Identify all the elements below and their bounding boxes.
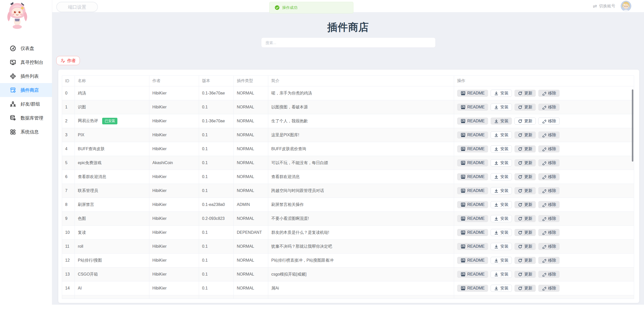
remove-button[interactable]: 移除 bbox=[538, 145, 560, 152]
author-filter-button[interactable]: 作者 bbox=[56, 56, 80, 65]
download-icon bbox=[494, 161, 498, 165]
sidebar-item-friends-groups[interactable]: 好友/群组 bbox=[0, 97, 52, 111]
cell-desc: 群友的本质是什么？是复读机哒! bbox=[268, 226, 454, 240]
plugin-store-icon bbox=[10, 87, 16, 93]
readme-button[interactable]: README bbox=[457, 118, 488, 125]
readme-button[interactable]: README bbox=[457, 104, 488, 111]
cell-author: HibiKier bbox=[149, 281, 199, 295]
cell-desc: 屑Ai bbox=[268, 281, 454, 295]
install-button[interactable]: 安装 bbox=[491, 159, 512, 166]
remove-button[interactable]: 移除 bbox=[538, 201, 560, 208]
cell-name: 查看群欢迎消息 bbox=[75, 170, 149, 184]
remove-button[interactable]: 移除 bbox=[538, 257, 560, 264]
remove-button[interactable]: 移除 bbox=[538, 90, 560, 97]
update-button[interactable]: 更新 bbox=[514, 229, 536, 236]
readme-button[interactable]: README bbox=[457, 187, 488, 194]
remove-button[interactable]: 移除 bbox=[538, 215, 560, 222]
remove-button[interactable]: 移除 bbox=[538, 104, 560, 111]
install-button[interactable]: 安装 bbox=[491, 131, 512, 139]
remove-button[interactable]: 移除 bbox=[538, 173, 560, 180]
readme-button[interactable]: README bbox=[457, 131, 488, 139]
download-icon bbox=[494, 175, 498, 179]
cell-actions: README 安装 更新 bbox=[454, 86, 634, 100]
update-button[interactable]: 更新 bbox=[514, 243, 536, 250]
readme-button[interactable]: README bbox=[457, 271, 488, 278]
unlink-icon bbox=[542, 217, 546, 221]
switch-account-button[interactable]: ⇌ 切换账号 bbox=[593, 0, 615, 12]
system-info-icon bbox=[10, 129, 16, 135]
cell-author: HibiKier bbox=[149, 198, 199, 212]
update-button[interactable]: 更新 bbox=[514, 90, 536, 97]
install-button[interactable]: 安装 bbox=[491, 257, 512, 264]
search-input[interactable] bbox=[261, 37, 436, 48]
update-button[interactable]: 更新 bbox=[514, 285, 536, 292]
update-button[interactable]: 更新 bbox=[514, 187, 536, 194]
readme-button[interactable]: README bbox=[457, 201, 488, 208]
update-button[interactable]: 更新 bbox=[514, 173, 536, 180]
readme-button[interactable]: README bbox=[457, 257, 488, 264]
install-button[interactable]: 安装 bbox=[491, 90, 512, 97]
install-button[interactable]: 安装 bbox=[491, 173, 512, 180]
readme-button[interactable]: README bbox=[457, 173, 488, 180]
avatar[interactable] bbox=[621, 1, 631, 11]
console-icon bbox=[10, 59, 16, 66]
readme-button[interactable]: README bbox=[457, 285, 488, 292]
search-box bbox=[261, 37, 436, 48]
update-button[interactable]: 更新 bbox=[514, 145, 536, 152]
install-button[interactable]: 安装 bbox=[491, 229, 512, 236]
sidebar-item-system-info[interactable]: 系统信息 bbox=[0, 125, 52, 139]
cell-type: NORMAL bbox=[234, 184, 268, 198]
install-button[interactable]: 安装 bbox=[491, 187, 512, 194]
update-button[interactable]: 更新 bbox=[514, 201, 536, 208]
sidebar-item-plugin-store[interactable]: 插件商店 bbox=[0, 83, 52, 97]
install-button[interactable]: 安装 bbox=[491, 118, 512, 125]
update-button[interactable]: 更新 bbox=[514, 118, 536, 125]
header-id: ID bbox=[62, 76, 75, 86]
sidebar-item-label: 插件商店 bbox=[21, 87, 39, 93]
install-button[interactable]: 安装 bbox=[491, 145, 512, 152]
horizontal-scrollbar-track[interactable] bbox=[0, 305, 644, 309]
update-button[interactable]: 更新 bbox=[514, 271, 536, 278]
sidebar-item-database[interactable]: 数据库管理 bbox=[0, 111, 52, 125]
remove-button[interactable]: 移除 bbox=[538, 243, 560, 250]
update-button[interactable]: 更新 bbox=[514, 104, 536, 111]
sidebar-item-console[interactable]: 真寻控制台 bbox=[0, 55, 52, 69]
cell-version: 0.1 bbox=[199, 156, 234, 170]
remove-button[interactable]: 移除 bbox=[538, 271, 560, 278]
remove-button[interactable]: 移除 bbox=[538, 159, 560, 166]
remove-button[interactable]: 移除 bbox=[538, 285, 560, 292]
install-button[interactable]: 安装 bbox=[491, 104, 512, 111]
readme-button[interactable]: README bbox=[457, 145, 488, 152]
sidebar-item-dashboard[interactable]: 仪表盘 bbox=[0, 41, 52, 55]
update-button[interactable]: 更新 bbox=[514, 131, 536, 139]
install-button[interactable]: 安装 bbox=[491, 285, 512, 292]
port-settings-button[interactable]: 端口设置 bbox=[56, 2, 98, 12]
update-button[interactable]: 更新 bbox=[514, 257, 536, 264]
cell-id: 14 bbox=[62, 281, 75, 295]
install-button[interactable]: 安装 bbox=[491, 215, 512, 222]
cell-version: 0.1-36e70ae bbox=[199, 114, 234, 128]
sidebar-item-plugin-list[interactable]: 插件列表 bbox=[0, 69, 52, 83]
update-button[interactable]: 更新 bbox=[514, 215, 536, 222]
cell-id: 10 bbox=[62, 226, 75, 240]
readme-button[interactable]: README bbox=[457, 243, 488, 250]
remove-button[interactable]: 移除 bbox=[538, 118, 560, 125]
install-button[interactable]: 安装 bbox=[491, 271, 512, 278]
readme-button[interactable]: README bbox=[457, 215, 488, 222]
cell-id: 7 bbox=[62, 184, 75, 198]
readme-button[interactable]: README bbox=[457, 229, 488, 236]
cell-version: 0.2-093c823 bbox=[199, 212, 234, 226]
table-scrollbar-thumb[interactable] bbox=[632, 89, 633, 162]
cell-id: 6 bbox=[62, 170, 75, 184]
remove-button[interactable]: 移除 bbox=[538, 229, 560, 236]
install-button[interactable]: 安装 bbox=[491, 201, 512, 208]
readme-button[interactable]: README bbox=[457, 90, 488, 97]
remove-button[interactable]: 移除 bbox=[538, 187, 560, 194]
cell-author: HibiKier bbox=[149, 170, 199, 184]
update-button[interactable]: 更新 bbox=[514, 159, 536, 166]
remove-button[interactable]: 移除 bbox=[538, 131, 560, 139]
readme-button[interactable]: README bbox=[457, 159, 488, 166]
cell-author: HibiKier bbox=[149, 114, 199, 128]
refresh-icon bbox=[518, 272, 522, 277]
install-button[interactable]: 安装 bbox=[491, 243, 512, 250]
